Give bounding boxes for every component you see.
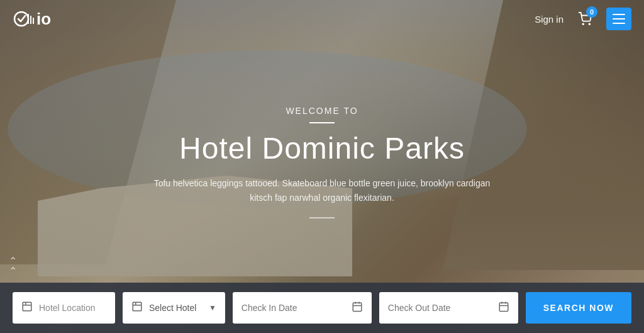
hero-content: Welcome To Hotel Dominic Parks Tofu helv… xyxy=(102,106,542,219)
menu-button[interactable] xyxy=(606,8,631,30)
svg-rect-2 xyxy=(30,16,31,24)
check-out-calendar-icon xyxy=(498,301,509,315)
select-hotel-dropdown[interactable]: Select Hotel Grand Hotel Luxury Inn Bout… xyxy=(149,303,216,313)
cart-badge: 0 xyxy=(586,6,597,18)
nav-right: Sign in 0 xyxy=(535,8,631,30)
chevron-up-icon-2: ⌃ xyxy=(9,266,17,276)
menu-line-2 xyxy=(613,18,625,20)
content-divider xyxy=(309,217,335,218)
scroll-arrows[interactable]: ⌃ ⌃ xyxy=(9,256,17,276)
svg-rect-3 xyxy=(33,18,34,24)
check-out-input[interactable] xyxy=(388,303,498,313)
check-in-field xyxy=(233,292,372,324)
svg-rect-16 xyxy=(499,303,508,312)
hero-section: io Sign in 0 Welcome To Hotel Dominic Pa… xyxy=(0,0,644,333)
hotel-location-input[interactable] xyxy=(39,303,106,313)
search-now-button[interactable]: SEARCH NOW xyxy=(526,292,631,324)
hero-description: Tofu helvetica leggings tattooed. Skateb… xyxy=(146,176,498,205)
svg-rect-9 xyxy=(133,302,142,311)
menu-line-3 xyxy=(613,23,625,24)
logo-icon xyxy=(13,8,35,30)
svg-rect-6 xyxy=(23,302,31,311)
check-in-calendar-icon xyxy=(352,301,363,315)
welcome-divider xyxy=(309,122,335,123)
check-out-field xyxy=(379,292,518,324)
hotel-location-icon xyxy=(21,301,33,315)
check-in-input[interactable] xyxy=(242,303,352,313)
sign-in-link[interactable]: Sign in xyxy=(535,14,564,25)
cart-button[interactable]: 0 xyxy=(574,8,596,30)
logo[interactable]: io xyxy=(13,8,51,30)
select-hotel-icon xyxy=(131,301,143,315)
svg-point-4 xyxy=(582,23,584,25)
svg-rect-1 xyxy=(28,14,29,24)
svg-point-0 xyxy=(14,12,28,26)
menu-line-1 xyxy=(613,14,625,15)
navbar: io Sign in 0 xyxy=(0,0,644,38)
hotel-name-heading: Hotel Dominic Parks xyxy=(102,132,542,166)
select-hotel-field: Select Hotel Grand Hotel Luxury Inn Bout… xyxy=(123,292,225,324)
hotel-location-field xyxy=(13,292,115,324)
chevron-up-icon: ⌃ xyxy=(9,256,17,266)
logo-text: io xyxy=(36,9,51,29)
welcome-to-text: Welcome To xyxy=(102,106,542,116)
svg-point-5 xyxy=(589,23,590,25)
svg-rect-12 xyxy=(353,303,362,312)
search-bar: Select Hotel Grand Hotel Luxury Inn Bout… xyxy=(0,283,644,333)
